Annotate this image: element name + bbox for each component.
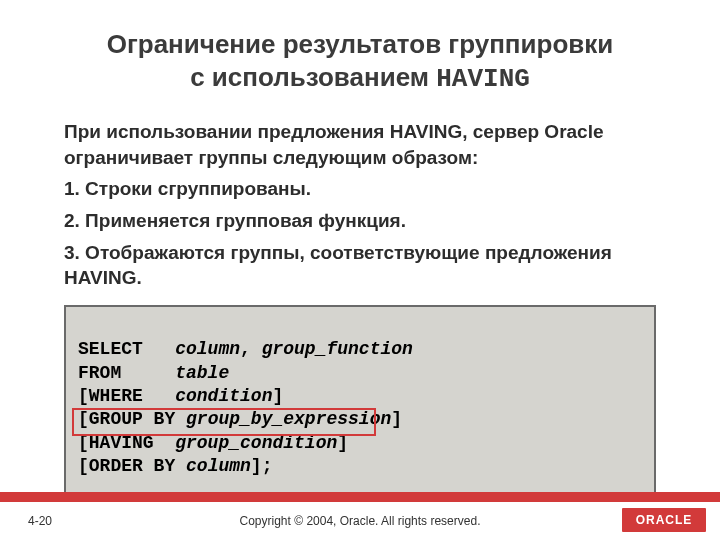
- body-intro: При использовании предложения HAVING, се…: [64, 119, 656, 170]
- code-groupby-open: [GROUP BY: [78, 409, 186, 429]
- code-table: table: [175, 363, 229, 383]
- code-select-kw: SELECT: [78, 339, 175, 359]
- code-where-open: [WHERE: [78, 386, 175, 406]
- title-line-2-prefix: с использованием: [190, 62, 436, 92]
- copyright-text: Copyright © 2004, Oracle. All rights res…: [0, 514, 720, 528]
- slide-title: Ограничение результатов группировки с ис…: [0, 0, 720, 105]
- code-condition: condition: [175, 386, 272, 406]
- code-groupby-close: ]: [391, 409, 402, 429]
- body-step-1: 1. Строки сгруппированы.: [64, 176, 656, 202]
- code-having-close: ]: [337, 433, 348, 453]
- code-orderby-col: column: [186, 456, 251, 476]
- body-step-3: 3. Отображаются группы, соответствующие …: [64, 240, 656, 291]
- code-where-close: ]: [272, 386, 283, 406]
- code-comma: ,: [240, 339, 262, 359]
- code-groupby-expr: group_by_expression: [186, 409, 391, 429]
- body-step-2: 2. Применяется групповая функция.: [64, 208, 656, 234]
- footer-red-bar: [0, 492, 720, 502]
- code-select-column: column: [175, 339, 240, 359]
- code-group-function: group_function: [262, 339, 413, 359]
- title-keyword-having: HAVING: [436, 64, 530, 94]
- code-having-cond: group_condition: [175, 433, 337, 453]
- code-orderby-close: ];: [251, 456, 273, 476]
- code-orderby-open: [ORDER BY: [78, 456, 186, 476]
- title-line-1: Ограничение результатов группировки: [107, 29, 614, 59]
- code-from-kw: FROM: [78, 363, 175, 383]
- footer: 4-20 Copyright © 2004, Oracle. All right…: [0, 502, 720, 540]
- slide: Ограничение результатов группировки с ис…: [0, 0, 720, 540]
- code-having-open: [HAVING: [78, 433, 175, 453]
- oracle-logo: ORACLE: [622, 508, 706, 532]
- slide-body: При использовании предложения HAVING, се…: [0, 105, 720, 291]
